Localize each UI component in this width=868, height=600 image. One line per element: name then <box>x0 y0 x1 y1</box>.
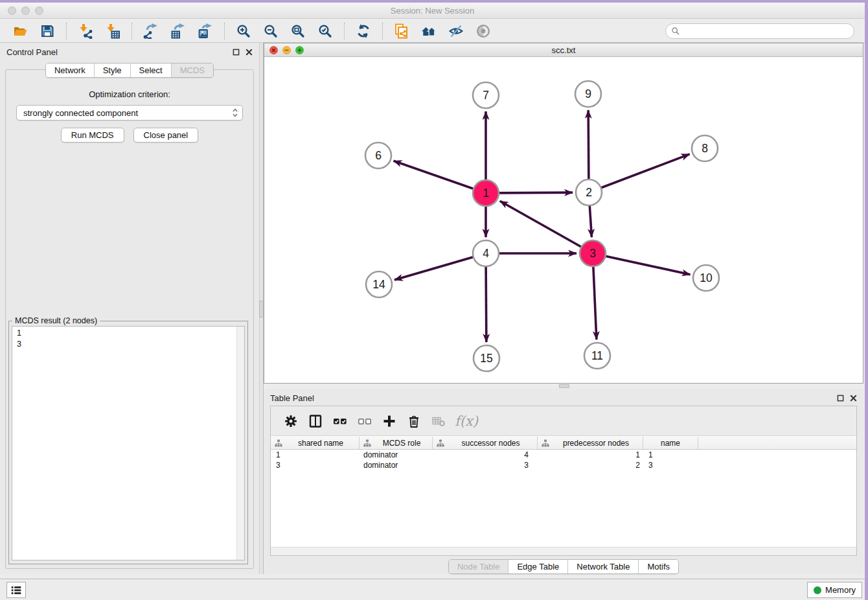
table-row[interactable]: 1dominator411 <box>271 450 856 460</box>
graph-node-8[interactable]: 8 <box>692 135 718 161</box>
svg-text:7: 7 <box>483 89 489 102</box>
svg-text:2: 2 <box>586 186 592 199</box>
graph-node-3[interactable]: 3 <box>580 240 606 266</box>
network-close-icon[interactable] <box>269 46 278 54</box>
tab-edge-table[interactable]: Edge Table <box>508 560 568 573</box>
table-cell: 4 <box>433 450 538 460</box>
close-panel-icon[interactable] <box>850 395 857 402</box>
splitter-grip[interactable] <box>559 384 569 388</box>
mcds-result-line: 3 <box>17 339 232 350</box>
tab-node-table[interactable]: Node Table <box>449 560 509 573</box>
close-panel-icon[interactable] <box>246 49 253 56</box>
tab-select[interactable]: Select <box>131 63 172 77</box>
table-row[interactable]: 3dominator323 <box>271 460 856 470</box>
export-image-icon[interactable] <box>197 23 214 40</box>
add-column-icon[interactable] <box>380 411 399 431</box>
import-network-icon[interactable] <box>77 23 94 40</box>
svg-text:1: 1 <box>483 187 489 200</box>
float-panel-icon[interactable] <box>233 49 240 56</box>
window-title: Session: New Session <box>0 6 865 16</box>
toolbar-separator <box>224 23 225 40</box>
horizontal-splitter[interactable] <box>264 384 863 389</box>
graph-edge-4-14[interactable] <box>394 253 486 280</box>
graph-edge-3-1[interactable] <box>500 201 593 253</box>
tab-motifs[interactable]: Motifs <box>639 560 678 573</box>
deselect-all-icon[interactable] <box>355 411 374 431</box>
main-titlebar: Session: New Session <box>0 3 865 19</box>
svg-text:8: 8 <box>702 142 708 155</box>
column-header-predecessor-nodes[interactable]: predecessor nodes <box>538 437 643 449</box>
zoom-fit-icon[interactable] <box>290 23 306 40</box>
show-all-icon[interactable] <box>475 23 492 40</box>
import-table-icon[interactable] <box>104 23 121 40</box>
svg-text:9: 9 <box>585 87 591 100</box>
graph-node-15[interactable]: 15 <box>474 345 499 371</box>
close-panel-button[interactable]: Close panel <box>133 128 199 143</box>
network-maximize-icon[interactable] <box>295 46 304 54</box>
network-from-selection-icon[interactable] <box>393 23 410 40</box>
column-header-shared-name[interactable]: shared name <box>271 437 360 449</box>
table-settings-icon[interactable] <box>281 411 301 431</box>
tab-network[interactable]: Network <box>46 63 95 77</box>
toolbar-separator <box>66 23 67 40</box>
export-network-icon[interactable] <box>143 23 159 40</box>
first-neighbors-icon[interactable] <box>420 23 437 40</box>
function-builder-icon[interactable]: f(x) <box>455 413 478 429</box>
graph-edge-3-10[interactable] <box>593 253 691 275</box>
tab-style[interactable]: Style <box>95 63 131 77</box>
graph-edge-2-8[interactable] <box>589 154 690 192</box>
graph-node-4[interactable]: 4 <box>473 240 499 266</box>
criterion-dropdown[interactable]: strongly connected component <box>16 105 243 121</box>
tab-network-table[interactable]: Network Table <box>568 560 639 573</box>
graph-node-10[interactable]: 10 <box>693 265 719 291</box>
graph-node-11[interactable]: 11 <box>584 343 610 369</box>
network-canvas[interactable]: 7968124314101511 <box>264 58 863 383</box>
graph-edge-1-6[interactable] <box>394 161 486 193</box>
open-folder-icon[interactable] <box>12 23 29 40</box>
column-header-name[interactable]: name <box>643 437 698 449</box>
zoom-in-icon[interactable] <box>235 23 252 40</box>
column-header-MCDS-role[interactable]: MCDS role <box>360 437 433 449</box>
control-panel: Control Panel NetworkStyleSelectMCDS Opt… <box>0 43 259 574</box>
export-table-icon[interactable] <box>170 23 187 40</box>
table-cell: 1 <box>271 450 360 460</box>
result-scrollbar[interactable] <box>236 327 244 560</box>
graph-node-9[interactable]: 9 <box>575 81 601 107</box>
desktop-strip-right <box>865 0 868 600</box>
control-panel-tabs: NetworkStyleSelectMCDS <box>45 63 214 78</box>
table-hscrollbar[interactable] <box>271 547 856 555</box>
mcds-result-title: MCDS result (2 nodes) <box>12 316 100 325</box>
hide-selected-icon[interactable] <box>448 23 464 40</box>
graph-node-14[interactable]: 14 <box>366 271 392 297</box>
optimization-criterion-label: Optimization criterion: <box>6 89 253 99</box>
show-panels-button[interactable] <box>6 582 26 598</box>
graph-node-2[interactable]: 2 <box>576 179 602 205</box>
zoom-out-icon[interactable] <box>262 23 279 40</box>
toolbar-separator <box>344 23 345 40</box>
float-panel-icon[interactable] <box>837 395 844 402</box>
memory-button[interactable]: Memory <box>807 582 862 598</box>
select-all-icon[interactable] <box>330 411 350 431</box>
column-header-successor-nodes[interactable]: successor nodes <box>433 437 538 449</box>
search-box <box>665 23 854 39</box>
table-panel-tabs: Node TableEdge TableNetwork TableMotifs <box>448 559 679 574</box>
vertical-splitter[interactable] <box>259 43 264 574</box>
save-icon[interactable] <box>39 23 56 40</box>
network-minimize-icon[interactable] <box>282 46 291 54</box>
table-cell: dominator <box>360 450 433 460</box>
table-panel: Table Panel <box>264 389 863 574</box>
delete-table-icon[interactable] <box>429 411 448 431</box>
search-input[interactable] <box>683 25 849 36</box>
dropdown-stepper-icon <box>232 108 238 118</box>
run-mcds-button[interactable]: Run MCDS <box>61 128 124 143</box>
tab-mcds[interactable]: MCDS <box>172 63 213 77</box>
apply-layout-icon[interactable] <box>355 23 372 40</box>
split-view-icon[interactable] <box>306 411 325 431</box>
svg-text:11: 11 <box>591 349 603 362</box>
graph-node-7[interactable]: 7 <box>473 82 499 108</box>
delete-columns-icon[interactable] <box>404 411 424 431</box>
zoom-selected-icon[interactable] <box>317 23 334 40</box>
splitter-grip[interactable] <box>259 301 264 317</box>
graph-node-6[interactable]: 6 <box>365 143 391 168</box>
graph-node-1[interactable]: 1 <box>473 180 499 206</box>
